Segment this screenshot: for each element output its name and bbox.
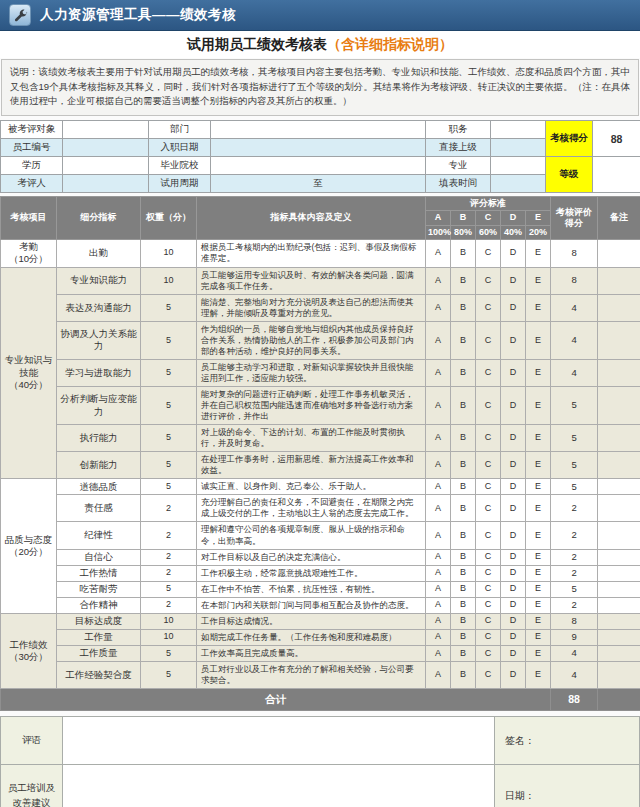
total-label: 合计 xyxy=(1,689,551,711)
comment-input[interactable] xyxy=(63,717,495,765)
remark-cell[interactable] xyxy=(598,479,640,495)
evaluation-score[interactable]: 4 xyxy=(551,294,598,321)
grade-option-cell: D xyxy=(501,522,526,549)
grade-option-cell: A xyxy=(426,294,451,321)
remark-cell[interactable] xyxy=(598,294,640,321)
evaluation-score[interactable]: 5 xyxy=(551,581,598,597)
evaluation-score[interactable]: 2 xyxy=(551,565,598,581)
grade-value[interactable] xyxy=(593,157,640,193)
input-supervisor[interactable] xyxy=(491,139,546,157)
evaluation-score[interactable]: 5 xyxy=(551,425,598,452)
remark-cell[interactable] xyxy=(598,267,640,294)
input-hire-date[interactable] xyxy=(211,139,426,157)
evaluation-score[interactable]: 9 xyxy=(551,629,598,645)
grade-option-cell: A xyxy=(426,645,451,661)
grade-option-cell: B xyxy=(451,581,476,597)
input-assessee[interactable] xyxy=(63,121,149,139)
grade-option-cell: E xyxy=(526,267,551,294)
remark-cell[interactable] xyxy=(598,565,640,581)
grade-option-cell: E xyxy=(526,359,551,386)
grade-option-cell: C xyxy=(476,597,501,613)
indicator-weight: 5 xyxy=(141,425,197,452)
col-header-weight: 权重（分） xyxy=(141,197,197,240)
col-header-definition: 指标具体内容及定义 xyxy=(197,197,426,240)
indicator-row: 责任感2充分理解自己的责任和义务，不回避责任，在期限之内完成上级交付的工作，主动… xyxy=(1,495,640,522)
evaluation-score[interactable]: 8 xyxy=(551,613,598,629)
evaluation-score[interactable]: 5 xyxy=(551,387,598,425)
remark-cell[interactable] xyxy=(598,387,640,425)
grade-option-cell: B xyxy=(451,613,476,629)
grade-option-cell: D xyxy=(501,549,526,565)
grade-option-cell: C xyxy=(476,479,501,495)
remark-cell[interactable] xyxy=(598,645,640,661)
label-supervisor: 直接上级 xyxy=(426,139,491,157)
grade-option-cell: B xyxy=(451,661,476,688)
evaluation-score[interactable]: 4 xyxy=(551,359,598,386)
evaluation-score[interactable]: 2 xyxy=(551,597,598,613)
indicator-weight: 5 xyxy=(141,387,197,425)
grade-option-cell: B xyxy=(451,522,476,549)
indicator-weight: 5 xyxy=(141,645,197,661)
indicator-row: 执行能力5对上级的命令、下达的计划、布置的工作能及时贯彻执行，并及时复命。ABC… xyxy=(1,425,640,452)
input-fill-date[interactable] xyxy=(491,175,546,193)
grade-option-cell: D xyxy=(501,565,526,581)
label-major: 专业 xyxy=(426,157,491,175)
input-probation-period[interactable]: 至 xyxy=(211,175,426,193)
indicator-weight: 10 xyxy=(141,629,197,645)
indicator-description: 作为组织的一员，能够自觉地与组织内其他成员保持良好合作关系，热情协助他人的工作，… xyxy=(197,321,426,359)
training-suggestion-input[interactable] xyxy=(63,765,495,807)
indicator-row: 创新能力5在处理工作事务时，运用新思维、新方法提高工作效率和效益。ABCDE5 xyxy=(1,452,640,479)
page-title-highlight: （含详细指标说明） xyxy=(327,36,453,54)
page-title: 试用期员工绩效考核表（含详细指标说明） xyxy=(0,31,640,58)
comment-label: 评语 xyxy=(1,717,63,765)
evaluation-score[interactable]: 5 xyxy=(551,479,598,495)
grade-percent-header: 40% xyxy=(501,225,526,239)
label-employee-id: 员工编号 xyxy=(1,139,63,157)
indicator-row: 学习与进取能力5员工能够主动学习和进取，对新知识掌握较快并且很快能运用到工作，适… xyxy=(1,359,640,386)
remark-cell[interactable] xyxy=(598,359,640,386)
evaluation-score[interactable]: 2 xyxy=(551,495,598,522)
grade-option-cell: C xyxy=(476,522,501,549)
grade-option-cell: E xyxy=(526,565,551,581)
remark-cell[interactable] xyxy=(598,239,640,267)
total-score-value: 88 xyxy=(551,689,598,711)
grade-option-cell: A xyxy=(426,597,451,613)
grade-option-cell: D xyxy=(501,425,526,452)
input-department[interactable] xyxy=(211,121,426,139)
input-school[interactable] xyxy=(211,157,426,175)
input-position[interactable] xyxy=(491,121,546,139)
grade-option-cell: A xyxy=(426,565,451,581)
input-assessor[interactable] xyxy=(63,175,149,193)
evaluation-score[interactable]: 5 xyxy=(551,452,598,479)
remark-cell[interactable] xyxy=(598,321,640,359)
grade-option-cell: C xyxy=(476,321,501,359)
evaluation-score[interactable]: 4 xyxy=(551,661,598,688)
grade-option-cell: E xyxy=(526,522,551,549)
evaluation-score[interactable]: 4 xyxy=(551,321,598,359)
evaluation-score[interactable]: 2 xyxy=(551,549,598,565)
indicator-row: 工作绩效（30分）目标达成度10工作目标达成情况。ABCDE8 xyxy=(1,613,640,629)
input-major[interactable] xyxy=(491,157,546,175)
input-employee-id[interactable] xyxy=(63,139,149,157)
grade-option-cell: B xyxy=(451,565,476,581)
remark-cell[interactable] xyxy=(598,613,640,629)
grade-option-cell: A xyxy=(426,425,451,452)
remark-cell[interactable] xyxy=(598,495,640,522)
remark-cell[interactable] xyxy=(598,549,640,565)
remark-cell[interactable] xyxy=(598,522,640,549)
grade-option-cell: E xyxy=(526,294,551,321)
label-assessor: 考评人 xyxy=(1,175,63,193)
remark-cell[interactable] xyxy=(598,597,640,613)
remark-cell[interactable] xyxy=(598,629,640,645)
remark-cell[interactable] xyxy=(598,425,640,452)
remark-cell[interactable] xyxy=(598,661,640,688)
evaluation-score[interactable]: 8 xyxy=(551,239,598,267)
evaluation-score[interactable]: 8 xyxy=(551,267,598,294)
grade-option-cell: B xyxy=(451,597,476,613)
evaluation-score[interactable]: 4 xyxy=(551,645,598,661)
input-education[interactable] xyxy=(63,157,149,175)
remark-cell[interactable] xyxy=(598,452,640,479)
remark-cell[interactable] xyxy=(598,581,640,597)
evaluation-score[interactable]: 2 xyxy=(551,522,598,549)
assessment-score-value: 88 xyxy=(593,121,640,157)
